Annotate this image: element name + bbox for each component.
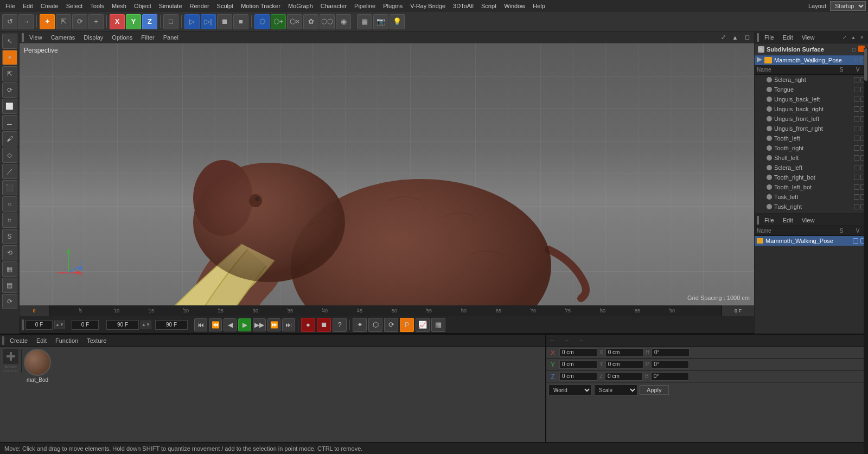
s-toggle[interactable] [854, 87, 859, 92]
tree-item-sclera-right[interactable]: Sclera_right [755, 75, 868, 85]
s-toggle[interactable] [854, 165, 859, 170]
tree-item-tongue[interactable]: Tongue [755, 85, 868, 94]
tree-item-tooth-lb[interactable]: Tooth_left_bot [755, 182, 868, 192]
model-icon[interactable]: ⬡ [254, 14, 270, 29]
render-settings-button[interactable]: ⏹ [217, 14, 232, 29]
add-tool-button[interactable]: + [88, 14, 104, 29]
viewport-cameras-menu[interactable]: Cameras [48, 33, 79, 42]
grid-icon[interactable]: ▦ [357, 14, 372, 29]
mat-texture-menu[interactable]: Texture [84, 336, 110, 345]
menu-tools[interactable]: Tools [87, 2, 107, 10]
x-position-input[interactable] [559, 348, 597, 357]
light-icon[interactable]: 💡 [390, 14, 405, 29]
layout-dropdown[interactable]: Startup [830, 1, 866, 11]
scale-tool-button[interactable]: ⇱ [56, 14, 71, 29]
viewport-panel-menu[interactable]: Panel [160, 33, 182, 42]
tree-item-sclera-left[interactable]: Sclera_left [755, 163, 868, 172]
pointer-tool[interactable]: ↖ [2, 34, 17, 49]
prev-key-button[interactable]: ⏪ [209, 318, 222, 331]
y-position-input[interactable] [559, 360, 597, 369]
end-frame-input[interactable] [106, 320, 139, 330]
scale-dropdown[interactable]: Scale [594, 385, 637, 395]
mat-edit-menu[interactable]: Edit [33, 336, 50, 345]
s-toggle[interactable] [854, 194, 859, 200]
extrude-tool[interactable]: ⬜ [2, 99, 17, 114]
object-mode-button[interactable]: □ [163, 14, 178, 29]
cube-tool[interactable]: ⬛ [2, 180, 17, 195]
end-frame-spinner[interactable]: ▲▼ [141, 321, 151, 329]
material-item[interactable]: mat_Bod [24, 349, 51, 383]
dope-button[interactable]: ▦ [431, 318, 445, 332]
auto-key-button[interactable]: ⟳ [384, 318, 398, 332]
key-all-button[interactable]: ⬡ [368, 318, 382, 332]
root-object-item[interactable]: Mammoth_Walking_Pose ◻ [755, 55, 868, 65]
apply-button[interactable]: Apply [640, 385, 669, 395]
menu-create[interactable]: Create [37, 2, 62, 10]
tree-item-tusk-left[interactable]: Tusk_left [755, 192, 868, 202]
pos-key-button[interactable]: P [400, 318, 414, 332]
menu-window[interactable]: Window [501, 2, 528, 10]
scale-tool[interactable]: ⇱ [2, 66, 17, 81]
tree-item-tooth-left[interactable]: Tooth_left [755, 133, 868, 143]
texture-left-tool[interactable]: ▤ [2, 278, 17, 293]
viewport-float-icon[interactable]: ◻ [742, 33, 752, 42]
camera-left-tool[interactable]: ⌗ [2, 213, 17, 228]
rotate-tool[interactable]: ⟳ [2, 82, 17, 98]
x-rotation-input[interactable] [605, 348, 643, 357]
b-input[interactable] [651, 372, 689, 381]
selected-object-row[interactable]: Mammoth_Walking_Pose [755, 236, 868, 246]
texture-icon[interactable]: ⬡⬡ [320, 14, 335, 29]
menu-object[interactable]: Object [131, 2, 155, 10]
redo-button[interactable]: → [18, 14, 34, 29]
panel2-drag-handle[interactable] [757, 216, 759, 225]
menu-file[interactable]: File [2, 2, 18, 10]
polygon-tool[interactable]: ◇ [2, 148, 17, 163]
om-edit-menu[interactable]: Edit [780, 33, 796, 42]
s-toggle[interactable] [854, 116, 859, 122]
paint-icon[interactable]: ⬡+ [271, 14, 286, 29]
s-toggle[interactable] [854, 155, 859, 161]
next-key-button[interactable]: ⏩ [267, 318, 280, 331]
help-button[interactable]: ? [333, 318, 347, 332]
move-tool[interactable]: ✦ [2, 50, 17, 65]
tree-item-tooth-rb[interactable]: Tooth_right_bot [755, 172, 868, 182]
render-active-button[interactable]: ▷ [184, 14, 200, 29]
om-file-menu[interactable]: File [761, 33, 777, 42]
tree-item-tooth-right[interactable]: Tooth_right [755, 143, 868, 153]
sculpt-left-tool[interactable]: ⟳ [2, 294, 17, 309]
menu-simulate[interactable]: Simulate [156, 2, 186, 10]
x-axis-button[interactable]: X [110, 14, 125, 29]
title-options-icon[interactable]: ◻ [850, 46, 857, 53]
snap-icon[interactable]: ⬡× [287, 14, 302, 29]
panel-up-icon[interactable]: ▲ [850, 34, 857, 41]
grid-left-tool[interactable]: ▦ [2, 261, 17, 277]
paint-tool[interactable]: 🖌 [2, 131, 17, 146]
scrollbar-thumb[interactable] [864, 48, 867, 81]
om2-file-menu[interactable]: File [761, 216, 777, 225]
y-axis-button[interactable]: Y [126, 14, 141, 29]
tree-item-unguis-br[interactable]: Unguis_back_right [755, 104, 868, 114]
mat-create-menu[interactable]: Create [7, 336, 31, 345]
root-visibility-icon[interactable]: ◻ [853, 57, 859, 63]
move-tool-button[interactable]: ✦ [40, 14, 55, 29]
render-queue-button[interactable]: ■ [233, 14, 248, 29]
uv-icon[interactable]: ✿ [303, 14, 318, 29]
viewport-view-menu[interactable]: View [26, 33, 46, 42]
prev-frame-button[interactable]: ◀ [224, 318, 237, 331]
object-tree-scrollbar[interactable] [864, 48, 868, 214]
s-toggle[interactable] [854, 126, 859, 131]
s-toggle[interactable] [854, 145, 859, 151]
knife-tool[interactable]: ⚊ [2, 115, 17, 130]
menu-mesh[interactable]: Mesh [108, 2, 130, 10]
tree-item-unguis-fr[interactable]: Unguis_front_right [755, 124, 868, 133]
stop-record-button[interactable]: ⏹ [317, 318, 331, 332]
menu-3dtoall[interactable]: 3DToAll [450, 2, 477, 10]
om-view-menu[interactable]: View [799, 33, 818, 42]
om2-edit-menu[interactable]: Edit [780, 216, 796, 225]
tag-tool[interactable]: ⟲ [2, 245, 17, 260]
tree-item-unguis-fl[interactable]: Unguis_front_left [755, 114, 868, 124]
fcurve-button[interactable]: 📈 [416, 318, 430, 332]
tree-expand-area[interactable] [757, 57, 762, 63]
menu-sculpt[interactable]: Sculpt [214, 2, 237, 10]
viewport-display-menu[interactable]: Display [80, 33, 106, 42]
